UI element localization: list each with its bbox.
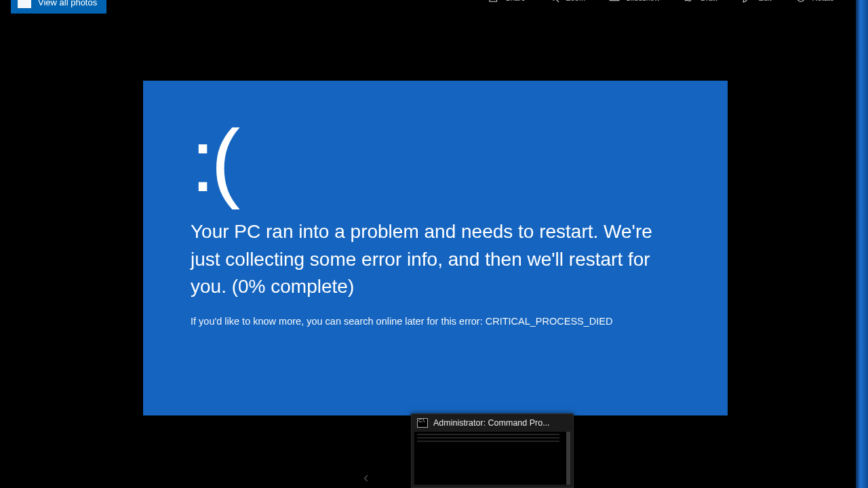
svg-rect-1 bbox=[610, 0, 619, 1]
previous-photo-button[interactable]: ‹ bbox=[363, 469, 368, 487]
taskbar-preview-title: Administrator: Command Pro... bbox=[433, 418, 550, 428]
toolbar-actions: Share Zoom Slideshow Draw Edit Rotate bbox=[488, 0, 834, 4]
view-all-label: View all photos bbox=[38, 0, 97, 7]
slideshow-label: Slideshow bbox=[626, 0, 660, 2]
top-toolbar: View all photos Share Zoom Slideshow Dra… bbox=[11, 0, 854, 7]
cmd-output-preview bbox=[417, 434, 559, 443]
slideshow-button[interactable]: Slideshow bbox=[608, 0, 660, 4]
cmd-icon bbox=[417, 418, 428, 428]
taskbar-preview-window[interactable]: Administrator: Command Pro... bbox=[411, 413, 574, 488]
slideshow-icon bbox=[608, 0, 620, 4]
bsod-error-code: If you'd like to know more, you can sear… bbox=[191, 316, 680, 327]
edit-label: Edit bbox=[759, 0, 772, 2]
draw-label: Draw bbox=[701, 0, 718, 2]
collection-icon bbox=[18, 0, 31, 8]
draw-icon bbox=[683, 0, 695, 4]
bsod-image: :( Your PC ran into a problem and needs … bbox=[143, 81, 728, 415]
zoom-icon bbox=[549, 0, 561, 4]
zoom-label: Zoom bbox=[566, 0, 585, 2]
taskbar-preview-header: Administrator: Command Pro... bbox=[412, 414, 573, 432]
rotate-label: Rotate bbox=[812, 0, 834, 2]
rotate-button[interactable]: Rotate bbox=[795, 0, 834, 4]
edit-icon bbox=[741, 0, 753, 4]
bsod-sad-face: :( bbox=[191, 121, 680, 201]
photos-viewer-window: View all photos Share Zoom Slideshow Dra… bbox=[11, 0, 854, 488]
view-all-photos-button[interactable]: View all photos bbox=[11, 0, 106, 14]
edit-button[interactable]: Edit bbox=[741, 0, 772, 4]
taskbar-preview-thumbnail[interactable] bbox=[414, 432, 570, 485]
draw-button[interactable]: Draw bbox=[683, 0, 718, 4]
share-label: Share bbox=[505, 0, 525, 2]
share-icon bbox=[488, 0, 500, 4]
window-edge bbox=[856, 0, 868, 488]
zoom-button[interactable]: Zoom bbox=[549, 0, 585, 4]
rotate-icon bbox=[795, 0, 807, 4]
bsod-message: Your PC ran into a problem and needs to … bbox=[191, 218, 679, 301]
share-button[interactable]: Share bbox=[488, 0, 525, 4]
